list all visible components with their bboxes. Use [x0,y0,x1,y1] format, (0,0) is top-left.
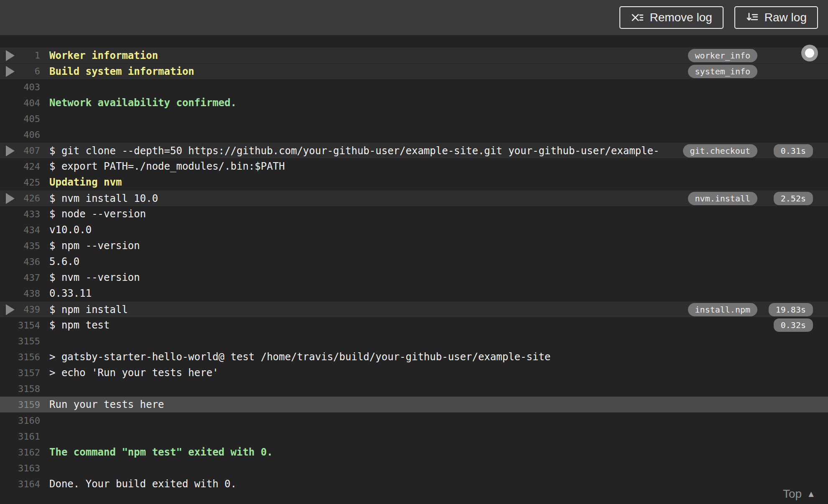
log-lines-container: 1 Worker information worker_info 6 Build… [0,47,828,492]
raw-log-label: Raw log [764,11,807,24]
log-line-407: 407 $ git clone --depth=50 https://githu… [0,143,828,158]
line-number[interactable]: 3159 [17,400,40,410]
log-text: $ nvm install 10.0 [49,191,688,206]
line-number[interactable]: 3156 [17,352,40,362]
fold-name-badge: worker_info [688,49,757,62]
line-number[interactable]: 406 [17,130,40,140]
log-line-3161: 3161 [0,428,828,444]
duration-slot: 0.31s [757,144,813,158]
log-text: Worker information [49,48,688,64]
fold-toggle-arrow-icon[interactable] [6,50,17,61]
line-badges: system_info [688,65,813,78]
log-line-3159: 3159 Run your tests here [0,397,828,412]
line-number[interactable]: 438 [17,288,40,299]
log-text: Run your tests here [49,397,757,412]
line-number[interactable]: 404 [17,98,40,108]
duration-badge: 0.32s [774,318,813,332]
log-text: $ npm install [49,302,688,318]
duration-slot: 2.52s [757,192,813,205]
raw-log-button[interactable]: Raw log [734,6,818,29]
duration-slot: 19.83s [757,303,813,316]
log-line-433: 433 $ node --version [0,206,828,222]
log-line-439: 439 $ npm install install.npm 19.83s [0,301,828,317]
line-badges: worker_info [688,49,813,62]
travis-build-log-view: Remove log Raw log 1 Worker information … [0,0,828,504]
line-number[interactable]: 439 [17,304,40,315]
log-text: $ node --version [49,206,757,222]
line-number[interactable]: 433 [17,209,40,219]
fold-toggle-arrow-icon[interactable] [6,193,17,204]
log-line-3156: 3156 > gatsby-starter-hello-world@ test … [0,349,828,365]
log-line-403: 403 [0,79,828,95]
log-text: Done. Your build exited with 0. [49,476,757,492]
log-line-404: 404 Network availability confirmed. [0,95,828,111]
line-number[interactable]: 436 [17,257,40,267]
log-text: $ git clone --depth=50 https://github.co… [49,143,683,159]
line-number[interactable]: 407 [17,145,40,156]
fold-toggle-arrow-icon[interactable] [6,66,17,77]
scroll-position-dot[interactable] [801,45,818,61]
log-text: Build system information [49,64,688,79]
line-badges: 0.32s [757,318,813,332]
log-line-3157: 3157 > echo 'Run your tests here' [0,365,828,381]
fold-toggle-arrow-icon[interactable] [6,304,17,315]
line-number[interactable]: 3160 [17,415,40,426]
line-number[interactable]: 435 [17,241,40,251]
remove-log-icon [631,11,643,24]
line-number[interactable]: 3158 [17,384,40,394]
log-text: > echo 'Run your tests here' [49,365,757,381]
log-text: Updating nvm [49,174,757,190]
line-number[interactable]: 3154 [17,320,40,331]
log-text: $ npm --version [49,238,757,254]
fold-name-badge: git.checkout [683,144,758,158]
remove-log-button[interactable]: Remove log [619,6,723,29]
duration-badge: 0.31s [774,144,813,158]
line-number[interactable]: 426 [17,193,40,204]
log-line-438: 438 0.33.11 [0,285,828,301]
log-text: The command "npm test" exited with 0. [49,444,757,460]
line-number[interactable]: 437 [17,272,40,283]
log-text: 0.33.11 [49,285,757,301]
line-number[interactable]: 3162 [17,447,40,458]
line-badges: git.checkout 0.31s [683,144,813,158]
log-line-1: 1 Worker information worker_info [0,47,828,63]
raw-log-icon [746,11,758,24]
log-text: $ export PATH=./node_modules/.bin:$PATH [49,158,757,174]
line-number[interactable]: 434 [17,225,40,235]
back-to-top-label: Top [783,487,802,501]
log-text: Network availability confirmed. [49,95,757,111]
line-number[interactable]: 405 [17,114,40,124]
line-number[interactable]: 3163 [17,463,40,473]
log-line-437: 437 $ nvm --version [0,270,828,285]
fold-name-badge: install.npm [688,303,757,316]
log-line-3164: 3164 Done. Your build exited with 0. [0,476,828,492]
log-line-425: 425 Updating nvm [0,174,828,190]
line-number[interactable]: 425 [17,177,40,188]
duration-slot: 0.32s [757,318,813,332]
line-number[interactable]: 424 [17,161,40,172]
line-badges: nvm.install 2.52s [688,192,813,205]
log-text: v10.0.0 [49,222,757,238]
back-to-top-link[interactable]: Top ▲ [783,487,815,501]
duration-badge: 2.52s [774,192,813,205]
fold-toggle-arrow-icon[interactable] [6,145,17,156]
line-number[interactable]: 3164 [17,479,40,489]
line-number[interactable]: 3157 [17,368,40,378]
log-line-3155: 3155 [0,333,828,349]
log-line-3162: 3162 The command "npm test" exited with … [0,444,828,460]
line-number[interactable]: 6 [17,66,40,76]
log-line-6: 6 Build system information system_info [0,63,828,79]
line-badges: install.npm 19.83s [688,303,813,316]
line-number[interactable]: 1 [17,50,40,61]
scroll-position-dot-inner [805,48,814,58]
log-line-406: 406 [0,127,828,143]
fold-name-badge: nvm.install [688,192,757,205]
log-line-405: 405 [0,111,828,127]
remove-log-label: Remove log [650,11,712,24]
line-number[interactable]: 3155 [17,336,40,346]
log-text: $ npm test [49,317,757,333]
fold-name-badge: system_info [688,65,757,78]
line-number[interactable]: 403 [17,82,40,92]
line-number[interactable]: 3161 [17,431,40,442]
log-toolbar: Remove log Raw log [0,0,828,35]
